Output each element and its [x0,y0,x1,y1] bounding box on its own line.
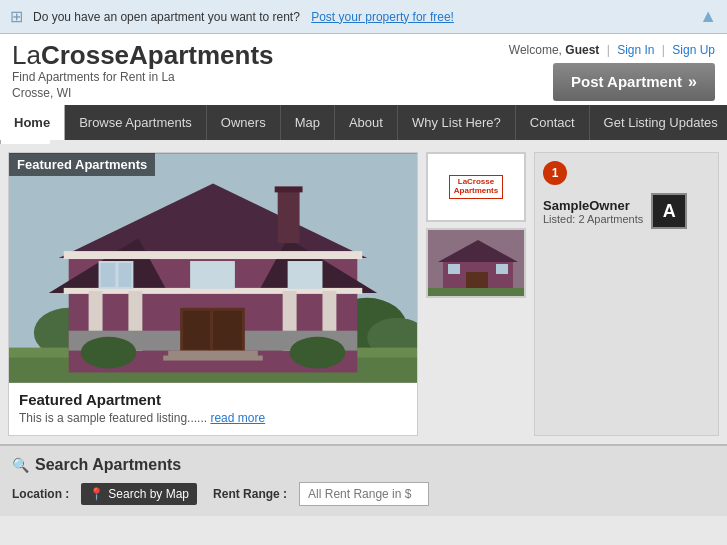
thumb-house-svg [428,230,526,298]
svg-rect-21 [288,261,323,289]
rent-range-input[interactable] [299,482,429,506]
thumbnail-house[interactable] [426,228,526,298]
nav-item-contact[interactable]: Contact [516,105,590,140]
scroll-up-icon[interactable]: ▲ [699,6,717,27]
main-content: Featured Apartments [0,144,727,444]
svg-rect-23 [183,311,210,350]
svg-rect-20 [190,261,235,289]
svg-point-30 [290,337,346,369]
svg-rect-19 [118,263,131,287]
nav-item-map[interactable]: Map [281,105,335,140]
banner-link[interactable]: Post your property for free! [311,10,454,24]
owner-listed: Listed: 2 Apartments [543,213,643,225]
top-banner: ⊞ Do you have an open apartment you want… [0,0,727,34]
location-label: Location : [12,487,69,501]
svg-point-29 [81,337,137,369]
header: LaCrosseApartments Find Apartments for R… [0,34,727,105]
search-rent-field: Rent Range : [213,482,429,506]
featured-house-image [9,153,417,383]
logo-apartments: Apartments [129,40,273,70]
site-logo: LaCrosseApartments [12,42,274,68]
site-tagline: Find Apartments for Rent in La Crosse, W… [12,70,274,101]
welcome-bar: Welcome, Guest | Sign In | Sign Up [509,43,715,57]
featured-image-container: Featured Apartments [9,153,417,383]
featured-label: Featured Apartments [9,153,155,176]
search-location-field: Location : 📍 Search by Map [12,483,197,505]
nav-item-why-list[interactable]: Why List Here? [398,105,516,140]
owner-info: SampleOwner Listed: 2 Apartments [543,198,643,225]
search-icon: 🔍 [12,457,29,473]
banner-icon: ⊞ [10,7,23,26]
header-right: Welcome, Guest | Sign In | Sign Up Post … [509,43,715,101]
logo-crosse: Crosse [41,40,129,70]
featured-section: Featured Apartments [8,152,418,436]
search-heading: 🔍 Search Apartments [12,456,715,474]
svg-rect-35 [448,264,460,274]
thumbnail-logo[interactable]: LaCrosse Apartments [426,152,526,222]
owner-badge: 1 [543,161,567,185]
rent-label: Rent Range : [213,487,287,501]
logo-la: La [12,40,41,70]
svg-rect-37 [428,288,526,298]
sign-in-link[interactable]: Sign In [617,43,654,57]
owner-avatar[interactable]: A [651,193,687,229]
nav-item-get-listing-updates[interactable]: Get Listing Updates [590,105,727,140]
search-by-map-label: Search by Map [108,487,189,501]
nav-item-about[interactable]: About [335,105,398,140]
banner-text: Do you have an open apartment you want t… [33,10,300,24]
header-left: LaCrosseApartments Find Apartments for R… [12,42,274,101]
sign-up-link[interactable]: Sign Up [672,43,715,57]
svg-rect-26 [163,356,263,361]
nav-item-home[interactable]: Home [0,105,65,140]
thumb-logo-text: LaCrosse Apartments [449,175,503,199]
post-apartment-button[interactable]: Post Apartment » [553,63,715,101]
thumbnail-column: LaCrosse Apartments [426,152,526,436]
nav-item-browse-apartments[interactable]: Browse Apartments [65,105,207,140]
svg-rect-36 [496,264,508,274]
search-row: Location : 📍 Search by Map Rent Range : [12,482,715,506]
read-more-link[interactable]: read more [210,411,265,425]
svg-rect-18 [101,263,116,287]
svg-rect-27 [278,189,300,244]
owner-name: SampleOwner [543,198,643,213]
svg-rect-10 [64,251,363,259]
featured-caption: Featured Apartment This is a sample feat… [9,383,417,435]
featured-title: Featured Apartment [19,391,407,408]
map-pin-icon: 📍 [89,487,104,501]
featured-description: This is a sample featured listing...... … [19,411,407,425]
post-chevron-icon: » [688,73,697,91]
svg-rect-24 [213,311,242,350]
post-apartment-label: Post Apartment [571,73,682,90]
owner-section: 1 SampleOwner Listed: 2 Apartments A [534,152,719,436]
svg-rect-28 [275,187,303,193]
search-section: 🔍 Search Apartments Location : 📍 Search … [0,444,727,516]
owner-card: SampleOwner Listed: 2 Apartments A [543,193,710,229]
search-by-map-button[interactable]: 📍 Search by Map [81,483,197,505]
nav-bar: Home Browse Apartments Owners Map About … [0,105,727,140]
guest-label: Guest [565,43,599,57]
nav-item-owners[interactable]: Owners [207,105,281,140]
